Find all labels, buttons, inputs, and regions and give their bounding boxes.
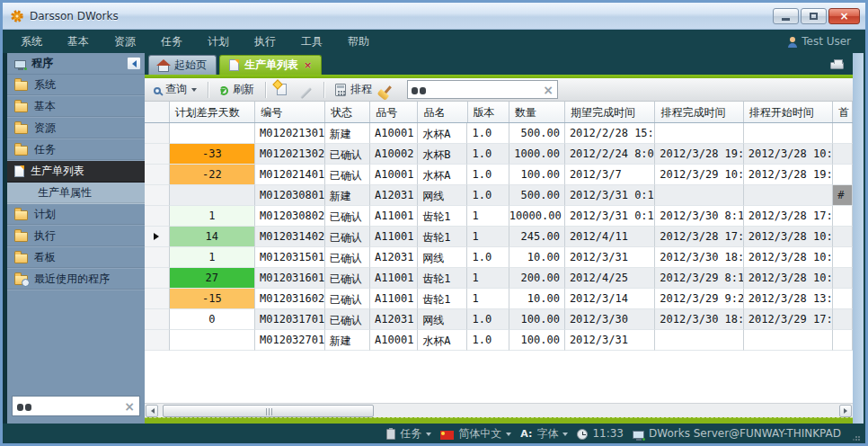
- chevron-down-icon[interactable]: [426, 433, 431, 439]
- cell-id[interactable]: M012031601: [255, 268, 325, 289]
- cell-diff[interactable]: [170, 185, 255, 206]
- cell-status[interactable]: 已确认: [325, 268, 370, 289]
- cell-sched_start[interactable]: 2012/3/29 17:46: [744, 309, 833, 330]
- cell-sched_start[interactable]: [744, 330, 833, 351]
- cell-diff[interactable]: -22: [170, 165, 255, 185]
- cell-id[interactable]: M012031501: [255, 247, 325, 268]
- sidebar-item-5[interactable]: 生产单属性: [7, 183, 145, 204]
- cell-item_name[interactable]: 齿轮1: [418, 268, 467, 289]
- row-selector[interactable]: [145, 309, 170, 330]
- cell-diff[interactable]: 14: [170, 227, 255, 247]
- cell-item_name[interactable]: 齿轮1: [418, 227, 467, 247]
- cell-sched_end[interactable]: 2012/3/30 8:15: [655, 206, 743, 227]
- cell-version[interactable]: 1.0: [467, 185, 509, 206]
- cell-extra[interactable]: [833, 227, 853, 247]
- cell-sched_end[interactable]: 2012/3/29 8:15: [655, 268, 743, 289]
- schedule-button[interactable]: 排程: [332, 80, 376, 99]
- cell-sched_start[interactable]: [744, 123, 833, 144]
- tab-close-icon[interactable]: ×: [304, 60, 312, 70]
- scroll-left-button[interactable]: [146, 405, 158, 417]
- cell-item_no[interactable]: A11001: [370, 289, 418, 309]
- table-row[interactable]: M012021301新建A10001水杯A1.0500.002012/2/28 …: [145, 123, 853, 144]
- cell-extra[interactable]: [833, 206, 853, 227]
- cell-qty[interactable]: 10000.00: [509, 206, 565, 227]
- printer-icon[interactable]: [830, 62, 844, 69]
- tab-production-order-list[interactable]: 生产单列表 ×: [219, 55, 322, 75]
- sidebar-search-clear-icon[interactable]: ×: [124, 400, 135, 413]
- row-selector[interactable]: [145, 185, 170, 206]
- sidebar-item-9[interactable]: 最近使用的程序: [7, 269, 145, 290]
- cell-diff[interactable]: [170, 330, 255, 351]
- cell-item_no[interactable]: A11001: [370, 268, 418, 289]
- column-header-status[interactable]: 状态: [325, 102, 370, 122]
- cell-expected[interactable]: 2012/3/7: [565, 165, 655, 185]
- cell-id[interactable]: M012032701: [255, 330, 325, 351]
- sidebar-item-3[interactable]: 任务: [7, 139, 145, 161]
- cell-sched_end[interactable]: [655, 123, 743, 144]
- cell-version[interactable]: 1: [467, 206, 509, 227]
- menu-item-2[interactable]: 资源: [102, 31, 148, 53]
- minimize-button[interactable]: [773, 8, 799, 24]
- menu-item-0[interactable]: 系统: [8, 31, 55, 53]
- cell-expected[interactable]: 2012/4/11: [565, 227, 655, 247]
- cell-diff[interactable]: -15: [170, 289, 255, 309]
- maximize-button[interactable]: [801, 8, 827, 24]
- cell-item_name[interactable]: 齿轮1: [418, 289, 467, 309]
- row-selector[interactable]: [145, 268, 170, 289]
- cell-item_no[interactable]: A12031: [370, 185, 418, 206]
- cell-sched_end[interactable]: 2012/3/28 17:13: [655, 227, 743, 247]
- cell-diff[interactable]: [170, 123, 255, 144]
- table-row[interactable]: -33M012021302已确认A10002水杯B1.01000.002012/…: [145, 144, 853, 165]
- cell-version[interactable]: 1.0: [467, 123, 509, 144]
- cell-sched_start[interactable]: 2012/3/28 10:52: [744, 247, 833, 268]
- cell-sched_start[interactable]: 2012/3/28 10:52: [744, 227, 833, 247]
- sidebar-item-6[interactable]: 计划: [7, 204, 145, 226]
- row-selector[interactable]: [145, 227, 170, 247]
- cell-sched_start[interactable]: 2012/3/28 19:10: [744, 165, 833, 185]
- scrollbar-thumb[interactable]: [163, 405, 374, 417]
- edit-button[interactable]: [296, 83, 316, 96]
- toolbar-search-clear-icon[interactable]: ×: [543, 84, 554, 96]
- user-indicator[interactable]: Test User: [788, 35, 860, 48]
- toolbar-search-input[interactable]: [430, 83, 538, 97]
- column-header-sched_start[interactable]: 排程开始时间: [744, 102, 833, 122]
- table-row[interactable]: 0M012031701已确认A12031网线1.0100.002012/3/30…: [145, 309, 853, 330]
- cell-version[interactable]: 1: [467, 227, 509, 247]
- row-selector[interactable]: [145, 289, 170, 309]
- cell-id[interactable]: M012030801: [255, 185, 325, 206]
- task-menu[interactable]: 任务: [386, 426, 431, 442]
- cell-qty[interactable]: 200.00: [509, 268, 565, 289]
- cell-status[interactable]: 已确认: [325, 289, 370, 309]
- cell-item_no[interactable]: A10001: [370, 330, 418, 351]
- table-row[interactable]: -15M012031602已确认A11001齿轮1110.002012/3/14…: [145, 289, 853, 309]
- cell-item_name[interactable]: 网线: [418, 185, 467, 206]
- cell-status[interactable]: 新建: [325, 330, 370, 351]
- cell-item_no[interactable]: A11001: [370, 227, 418, 247]
- cell-sched_end[interactable]: 2012/3/29 9:20: [655, 289, 743, 309]
- cell-version[interactable]: 1.0: [467, 165, 509, 185]
- cell-id[interactable]: M012031602: [255, 289, 325, 309]
- row-selector[interactable]: [145, 330, 170, 351]
- cell-id[interactable]: M012031402: [255, 227, 325, 247]
- cell-qty[interactable]: 500.00: [509, 123, 565, 144]
- cell-status[interactable]: 已确认: [325, 309, 370, 330]
- cell-extra[interactable]: [833, 289, 853, 309]
- cell-expected[interactable]: 2012/3/31: [565, 330, 655, 351]
- menu-item-7[interactable]: 帮助: [335, 31, 382, 53]
- column-header-sched_end[interactable]: 排程完成时间: [655, 102, 743, 122]
- cell-expected[interactable]: 2012/2/28 15:00: [565, 123, 655, 144]
- sidebar-item-1[interactable]: 基本: [7, 96, 145, 118]
- column-header-extra[interactable]: 首: [833, 102, 853, 122]
- column-header-version[interactable]: 版本: [468, 102, 509, 122]
- menu-item-4[interactable]: 计划: [195, 31, 242, 53]
- cell-diff[interactable]: 1: [170, 247, 255, 268]
- cell-item_name[interactable]: 齿轮1: [418, 206, 467, 227]
- resize-grip[interactable]: [852, 430, 860, 438]
- chevron-down-icon[interactable]: [562, 433, 568, 439]
- close-button[interactable]: ×: [828, 8, 860, 24]
- cell-id[interactable]: M012030802: [255, 206, 325, 227]
- cell-version[interactable]: 1.0: [467, 330, 509, 351]
- cell-expected[interactable]: 2012/3/30: [565, 309, 655, 330]
- column-header-id[interactable]: 编号: [255, 102, 325, 122]
- cell-status[interactable]: 新建: [325, 123, 370, 144]
